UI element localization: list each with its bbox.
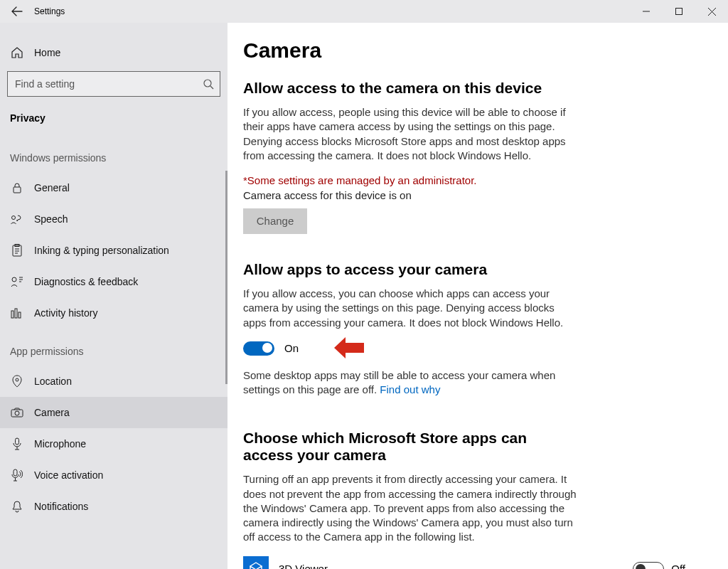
bell-icon <box>10 499 24 514</box>
section-title-device-access: Allow access to the camera on this devic… <box>243 80 721 97</box>
search-icon <box>203 78 214 90</box>
title-bar: Settings <box>0 0 728 23</box>
toggle-knob <box>636 564 646 570</box>
device-camera-status: Camera access for this device is on <box>243 189 721 201</box>
sidebar-item-label: Camera <box>34 407 70 418</box>
category-label: Privacy <box>0 104 228 135</box>
maximize-button[interactable] <box>663 0 695 23</box>
section-desc: If you allow access, people using this d… <box>243 105 577 163</box>
sidebar-item-label: Speech <box>34 213 68 225</box>
back-button[interactable] <box>3 0 31 23</box>
group-windows-permissions: Windows permissions <box>0 135 228 172</box>
close-icon <box>708 8 716 16</box>
feedback-icon <box>10 275 24 289</box>
minimize-icon <box>643 8 650 15</box>
desktop-apps-note: Some desktop apps may still be able to a… <box>243 368 577 398</box>
sidebar-item-inking[interactable]: Inking & typing personalization <box>0 235 228 266</box>
sidebar-item-home[interactable]: Home <box>0 37 228 68</box>
sidebar-item-label: Diagnostics & feedback <box>34 276 138 287</box>
sidebar: Home Privacy Windows permissions General <box>0 23 228 569</box>
callout-arrow-icon <box>334 337 364 361</box>
sidebar-item-label: Microphone <box>34 438 86 450</box>
sidebar-item-activity[interactable]: Activity history <box>0 297 228 329</box>
svg-rect-8 <box>15 309 17 318</box>
section-desc: If you allow access, you can choose whic… <box>243 287 577 330</box>
sidebar-item-location[interactable]: Location <box>0 366 228 397</box>
svg-point-6 <box>12 277 16 282</box>
minimize-button[interactable] <box>630 0 663 23</box>
activity-icon <box>10 306 24 320</box>
close-button[interactable] <box>695 0 728 23</box>
svg-rect-13 <box>16 438 19 445</box>
admin-note: *Some settings are managed by an adminis… <box>243 174 577 186</box>
change-button[interactable]: Change <box>243 208 307 234</box>
voice-icon <box>10 468 24 482</box>
section-title-apps-access: Allow apps to access your camera <box>243 261 721 278</box>
speech-icon <box>10 212 24 226</box>
back-arrow-icon <box>11 6 23 17</box>
svg-point-10 <box>16 378 18 381</box>
section-desc: Turning off an app prevents it from dire… <box>243 472 577 544</box>
microphone-icon <box>10 437 24 451</box>
sidebar-item-label: General <box>34 182 70 193</box>
sidebar-scrollbar[interactable] <box>225 171 228 384</box>
sidebar-item-label: Voice activation <box>34 469 103 481</box>
section-title-choose-apps: Choose which Microsoft Store apps can ac… <box>243 430 570 464</box>
sidebar-item-camera[interactable]: Camera <box>0 397 228 428</box>
svg-rect-14 <box>14 469 17 476</box>
find-out-why-link[interactable]: Find out why <box>380 383 440 395</box>
sidebar-item-label: Home <box>34 47 60 58</box>
svg-point-3 <box>12 216 16 220</box>
toggle-state-label: On <box>284 342 299 354</box>
window-title: Settings <box>34 6 65 16</box>
svg-rect-9 <box>18 312 21 318</box>
svg-point-1 <box>204 80 211 87</box>
search-input[interactable] <box>7 71 220 97</box>
svg-rect-7 <box>11 311 14 318</box>
sidebar-item-label: Notifications <box>34 501 88 512</box>
svg-rect-2 <box>14 187 21 193</box>
home-icon <box>10 46 24 60</box>
sidebar-item-notifications[interactable]: Notifications <box>0 491 228 522</box>
svg-point-12 <box>15 411 19 415</box>
lock-icon <box>10 181 24 195</box>
app-toggle-3d-viewer[interactable] <box>633 562 664 570</box>
apps-access-toggle[interactable] <box>243 341 274 356</box>
app-row-3d-viewer: 3D Viewer Off <box>243 556 721 570</box>
sidebar-item-label: Activity history <box>34 307 97 319</box>
sidebar-item-label: Inking & typing personalization <box>34 245 169 256</box>
svg-rect-0 <box>676 9 682 15</box>
location-icon <box>10 374 24 388</box>
page-title: Camera <box>243 38 721 63</box>
sidebar-item-voice-activation[interactable]: Voice activation <box>0 459 228 491</box>
sidebar-item-general[interactable]: General <box>0 172 228 203</box>
main-content: Camera Allow access to the camera on thi… <box>228 23 728 569</box>
toggle-state-label: Off <box>671 563 685 569</box>
search-field[interactable] <box>14 78 203 90</box>
group-app-permissions: App permissions <box>0 329 228 366</box>
clipboard-icon <box>10 243 24 257</box>
camera-icon <box>10 405 24 420</box>
sidebar-item-diagnostics[interactable]: Diagnostics & feedback <box>0 266 228 297</box>
sidebar-item-speech[interactable]: Speech <box>0 203 228 235</box>
toggle-knob <box>262 343 272 353</box>
maximize-icon <box>675 8 682 15</box>
sidebar-item-microphone[interactable]: Microphone <box>0 428 228 459</box>
app-icon-3d-viewer <box>243 556 269 570</box>
sidebar-item-label: Location <box>34 376 72 387</box>
app-name: 3D Viewer <box>279 563 328 569</box>
